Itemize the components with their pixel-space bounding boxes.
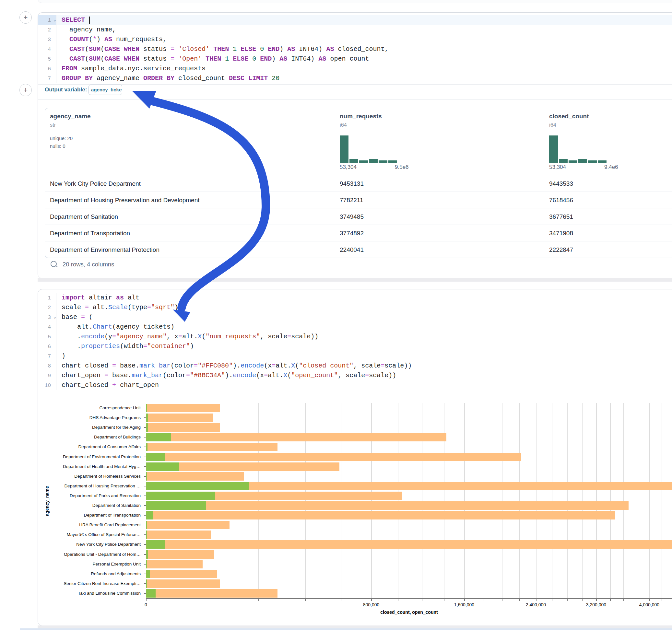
closed-count-bar[interactable] (146, 453, 521, 461)
chart-x-tick-label: 1,600,000 (454, 602, 474, 607)
output-variable-pill[interactable]: agency_tickets (89, 84, 122, 95)
closed-count-bar[interactable] (146, 540, 672, 549)
closed-count-bar[interactable] (146, 570, 217, 578)
table-row[interactable]: Department of Sanitation37494853677651 (45, 208, 672, 225)
code-line[interactable]: 9chart_open = base.mark_bar(color="#8BC3… (38, 371, 672, 381)
previous-cell-bottom-edge (38, 0, 672, 3)
closed-count-bar[interactable] (146, 521, 230, 529)
open-count-bar[interactable] (146, 453, 165, 461)
closed-count-bar[interactable] (146, 423, 220, 432)
code-line[interactable]: 1import altair as alt (38, 293, 672, 303)
num-requests-cell: 7782211 (340, 192, 363, 209)
closed-count-bar[interactable] (146, 550, 214, 559)
column-header-closed-count[interactable]: closed_count i64 53,304 9.4e6 (549, 108, 672, 175)
search-icon[interactable] (51, 261, 58, 269)
fold-chevron-icon[interactable]: ⌄ (51, 312, 56, 322)
chart-x-axis-title: closed_count, open_count (146, 610, 672, 615)
chart-x-tick-label: 2,400,000 (526, 602, 546, 607)
code-text: COUNT(*) AS num_requests, (56, 35, 167, 44)
open-count-bar[interactable] (146, 433, 171, 441)
code-line[interactable]: 5 .encode(y="agency_name", x=alt.X("num_… (38, 332, 672, 342)
chart-y-label: Department of Transportation (83, 513, 141, 517)
code-line[interactable]: 7) (38, 351, 672, 361)
code-text: chart_closed = base.mark_bar(color="#FFC… (56, 361, 412, 371)
code-line[interactable]: 4 CAST(SUM(CASE WHEN status = 'Closed' T… (38, 44, 672, 54)
add-cell-button[interactable]: + (20, 11, 32, 24)
code-line[interactable]: 1⌄SELECT (38, 15, 672, 25)
code-token (174, 55, 178, 63)
agency-name-cell: Department of Housing Preservation and D… (50, 192, 200, 209)
code-token: SUM (89, 55, 100, 63)
code-token: ( (89, 35, 93, 43)
altair-bar-chart[interactable] (146, 403, 672, 598)
code-token: as (116, 294, 124, 301)
chart-x-tick (637, 599, 637, 601)
table-row[interactable]: Department of Housing Preservation and D… (45, 192, 672, 209)
column-header-num-requests[interactable]: num_requests i64 53,304 9.5e6 (340, 108, 534, 175)
code-line[interactable]: 6 .properties(width="container") (38, 342, 672, 351)
closed-count-bar[interactable] (146, 472, 244, 481)
code-line[interactable]: 7GROUP BY agency_name ORDER BY closed_co… (38, 74, 672, 83)
code-line[interactable]: 2 agency_name, (38, 25, 672, 35)
open-count-bar[interactable] (146, 482, 249, 490)
column-name: num_requests (340, 113, 382, 120)
code-line[interactable]: 2scale = alt.Scale(type="sqrt") (38, 303, 672, 312)
closed-count-bar[interactable] (146, 404, 220, 412)
chart-y-tick (144, 446, 146, 447)
closed-count-bar[interactable] (146, 511, 615, 519)
code-line[interactable]: 3 COUNT(*) AS num_requests, (38, 35, 672, 44)
closed-count-bar[interactable] (146, 579, 220, 588)
code-token: 1 (233, 45, 237, 53)
code-token: (y (104, 333, 112, 340)
fold-chevron-icon[interactable]: ⌄ (51, 15, 56, 25)
code-line[interactable]: 5 CAST(SUM(CASE WHEN status = 'Open' THE… (38, 54, 672, 64)
add-cell-button[interactable]: + (20, 84, 32, 96)
open-count-bar[interactable] (146, 589, 155, 598)
histogram-bar (340, 136, 349, 163)
table-row[interactable]: Department of Transportation377489234719… (45, 224, 672, 241)
code-line[interactable]: 6FROM sample_data.nyc.service_requests (38, 64, 672, 74)
open-count-bar[interactable] (146, 511, 153, 519)
open-count-bar[interactable] (146, 492, 215, 500)
open-count-bar[interactable] (146, 462, 179, 471)
closed-count-bar[interactable] (146, 531, 211, 539)
closed-count-bar[interactable] (146, 589, 278, 598)
python-editor[interactable]: 1import altair as alt2scale = alt.Scale(… (38, 293, 672, 390)
code-line[interactable]: 4 alt.Chart(agency_tickets) (38, 322, 672, 332)
table-row[interactable]: New York City Police Department945313194… (45, 175, 672, 192)
closed-count-bar[interactable] (146, 560, 202, 568)
line-number: 3 (40, 35, 51, 45)
code-token: = (381, 362, 384, 369)
chart-gridline (422, 403, 423, 598)
chart-y-tick (144, 593, 146, 594)
closed-count-cell: 2222847 (549, 241, 573, 258)
code-token: base (62, 313, 81, 321)
code-text: .properties(width="container") (56, 342, 194, 351)
code-token: (x (256, 372, 264, 379)
column-header-agency-name[interactable]: agency_name str unique: 20 nulls: 0 (50, 108, 335, 175)
chart-gridline (464, 403, 465, 598)
code-line[interactable]: 8chart_closed = base.mark_bar(color="#FF… (38, 361, 672, 371)
code-token: = (85, 304, 89, 311)
text-cursor (89, 17, 90, 24)
closed-count-bar[interactable] (146, 501, 628, 510)
table-row[interactable]: Department of Environmental Protection22… (45, 241, 672, 258)
closed-count-bar[interactable] (146, 443, 278, 451)
column-dtype: i64 (549, 122, 556, 128)
code-token: CAST (69, 45, 85, 53)
chart-y-label: New York City Police Department (76, 542, 141, 547)
chart-gridline (536, 403, 536, 598)
closed-count-bar[interactable] (146, 433, 447, 441)
code-token: "open_count" (291, 372, 338, 379)
line-number-gutter: 5 (38, 332, 56, 342)
cell-gap (38, 278, 672, 282)
open-count-bar[interactable] (146, 570, 150, 578)
open-count-bar[interactable] (146, 540, 165, 549)
closed-count-bar[interactable] (146, 413, 213, 422)
code-line[interactable]: 3⌄base = ( (38, 312, 672, 322)
sql-editor[interactable]: 1⌄SELECT 2 agency_name,3 COUNT(*) AS num… (38, 15, 672, 83)
open-count-bar[interactable] (146, 501, 206, 510)
code-line[interactable]: 10chart_closed + chart_open (38, 381, 672, 390)
code-token: "#8BC34A" (190, 372, 225, 379)
agency-name-cell: Department of Environmental Protection (50, 241, 160, 258)
